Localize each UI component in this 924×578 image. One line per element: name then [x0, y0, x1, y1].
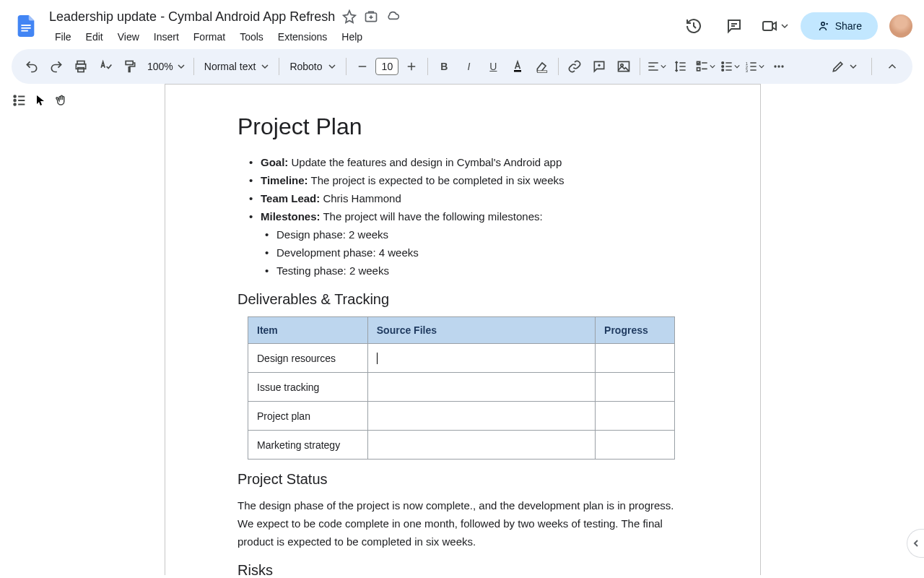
bulleted-list-button[interactable]: [718, 55, 741, 78]
deliverables-table[interactable]: Item Source Files Progress Design resour…: [248, 316, 675, 460]
numbered-list-button[interactable]: 123: [743, 55, 766, 78]
outline-icon[interactable]: [12, 92, 27, 108]
svg-point-22: [775, 65, 777, 67]
th-progress[interactable]: Progress: [596, 317, 675, 344]
text-cursor: [377, 353, 378, 364]
checklist-button[interactable]: [694, 55, 717, 78]
menu-bar: File Edit View Insert Format Tools Exten…: [49, 28, 679, 46]
heading-risks[interactable]: Risks: [237, 562, 688, 575]
svg-rect-15: [697, 68, 700, 71]
table-row: Design resources: [248, 344, 675, 373]
comments-icon[interactable]: [720, 12, 749, 40]
table-row: Marketing strategy: [248, 431, 675, 460]
collapse-toolbar-button[interactable]: [881, 55, 904, 78]
font-size-decrease[interactable]: [351, 55, 374, 78]
svg-point-5: [821, 22, 824, 26]
hand-icon[interactable]: [55, 94, 68, 107]
menu-extensions[interactable]: Extensions: [272, 28, 333, 46]
text-color-button[interactable]: [506, 55, 529, 78]
font-size-increase[interactable]: [400, 55, 423, 78]
align-button[interactable]: [645, 55, 668, 78]
zoom-select[interactable]: 100%: [143, 61, 189, 72]
heading-deliverables[interactable]: Deliverables & Tracking: [237, 291, 688, 308]
table-header-row: Item Source Files Progress: [248, 317, 675, 344]
toolbar: 100% Normal text Roboto 10 B I U 123: [12, 49, 912, 84]
link-button[interactable]: [563, 55, 586, 78]
comment-button[interactable]: [588, 55, 611, 78]
svg-rect-2: [21, 30, 27, 32]
bold-button[interactable]: B: [432, 55, 456, 78]
heading-project-plan[interactable]: Project Plan: [237, 113, 688, 140]
svg-rect-4: [763, 22, 772, 30]
doc-title[interactable]: Leadership update - Cymbal Android App R…: [49, 9, 335, 25]
more-button[interactable]: [767, 55, 790, 78]
redo-button[interactable]: [45, 55, 68, 78]
svg-point-24: [782, 65, 784, 67]
document-page[interactable]: Project Plan Goal: Update the features a…: [165, 84, 761, 575]
status-paragraph[interactable]: The design phase of the project is now c…: [237, 496, 688, 551]
svg-point-18: [722, 69, 724, 72]
font-size-input[interactable]: 10: [375, 58, 398, 75]
app-header: Leadership update - Cymbal Android App R…: [0, 0, 924, 46]
menu-file[interactable]: File: [49, 28, 77, 46]
star-icon[interactable]: [342, 9, 357, 24]
svg-point-26: [14, 100, 16, 102]
side-panel-toggle[interactable]: [907, 529, 924, 558]
paint-format-button[interactable]: [118, 55, 141, 78]
bullet-timeline: Timeline: The project is expected to be …: [250, 171, 688, 189]
style-value: Normal text: [204, 61, 256, 72]
svg-point-16: [722, 62, 724, 64]
share-label: Share: [835, 20, 862, 32]
th-source[interactable]: Source Files: [367, 317, 595, 344]
undo-button[interactable]: [20, 55, 43, 78]
svg-rect-0: [21, 25, 30, 26]
docs-logo-icon[interactable]: [12, 12, 40, 40]
menu-help[interactable]: Help: [336, 28, 368, 46]
sub-bullet-testing: Testing phase: 2 weeks: [266, 262, 688, 280]
menu-edit[interactable]: Edit: [80, 28, 109, 46]
svg-point-25: [14, 95, 16, 98]
avatar[interactable]: [889, 14, 912, 38]
heading-status[interactable]: Project Status: [237, 471, 688, 488]
font-select[interactable]: Roboto: [284, 61, 341, 72]
history-icon[interactable]: [679, 12, 708, 40]
underline-button[interactable]: U: [481, 55, 505, 78]
editing-mode-button[interactable]: [825, 59, 863, 74]
bullet-team-lead: Team Lead: Chris Hammond: [250, 189, 688, 207]
italic-button[interactable]: I: [457, 55, 480, 78]
menu-tools[interactable]: Tools: [234, 28, 269, 46]
line-spacing-button[interactable]: [669, 55, 692, 78]
sub-bullet-dev: Development phase: 4 weeks: [266, 243, 688, 262]
title-area: Leadership update - Cymbal Android App R…: [49, 7, 679, 46]
bullet-milestones: Milestones: The project will have the fo…: [250, 207, 688, 225]
cloud-icon[interactable]: [385, 9, 400, 24]
bullet-goal: Goal: Update the features and design in …: [250, 153, 688, 171]
sub-bullet-design: Design phase: 2 weeks: [266, 225, 688, 243]
svg-rect-1: [21, 27, 30, 29]
zoom-value: 100%: [147, 61, 173, 72]
th-item[interactable]: Item: [248, 317, 368, 344]
menu-view[interactable]: View: [112, 28, 145, 46]
table-row: Project plan: [248, 402, 675, 431]
svg-rect-9: [126, 61, 133, 65]
print-button[interactable]: [69, 55, 92, 78]
cursor-icon[interactable]: [36, 95, 46, 106]
table-row: Issue tracking: [248, 373, 675, 402]
highlight-button[interactable]: [531, 55, 554, 78]
share-button[interactable]: Share: [801, 12, 878, 40]
move-icon[interactable]: [364, 9, 378, 24]
svg-text:3: 3: [746, 69, 748, 73]
svg-point-17: [722, 66, 724, 68]
menu-insert[interactable]: Insert: [148, 28, 185, 46]
meet-button[interactable]: [760, 12, 789, 40]
svg-point-23: [778, 65, 780, 67]
svg-point-27: [14, 103, 16, 105]
menu-format[interactable]: Format: [188, 28, 231, 46]
image-button[interactable]: [612, 55, 635, 78]
paragraph-style-select[interactable]: Normal text: [199, 61, 275, 72]
svg-rect-11: [538, 71, 547, 73]
svg-rect-10: [514, 70, 521, 72]
bullet-list[interactable]: Goal: Update the features and design in …: [250, 153, 688, 280]
header-right: Share: [679, 12, 912, 40]
spellcheck-button[interactable]: [94, 55, 117, 78]
